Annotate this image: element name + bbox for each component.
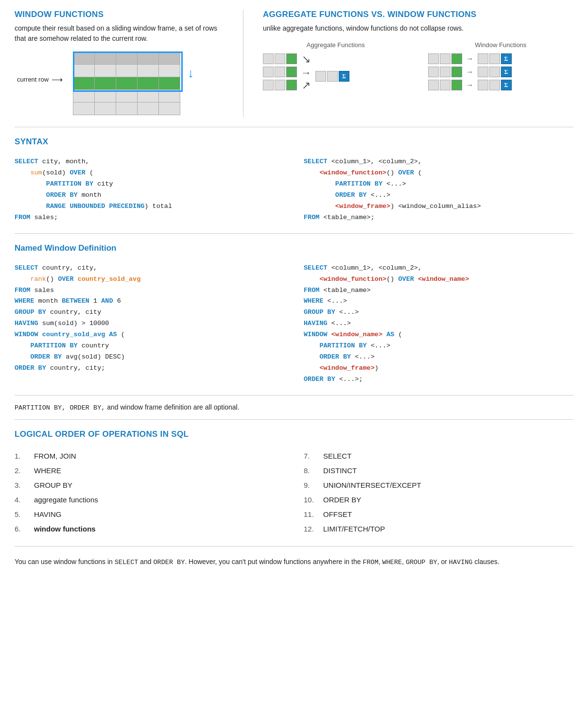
named-window-columns: SELECT country, city, rank() OVER countr… bbox=[15, 263, 573, 385]
optional-note-text: PARTITION BY, ORDER BY, bbox=[15, 404, 105, 411]
window-functions-title: WINDOW FUNCTIONS bbox=[15, 10, 228, 19]
window-functions-diagram: Window Functions → Σ bbox=[428, 41, 574, 90]
named-window-section: Named Window Definition SELECT country, … bbox=[15, 234, 573, 395]
arrow-converge-1: ↘ bbox=[302, 54, 311, 65]
syntax-title: SYNTAX bbox=[15, 137, 573, 147]
logical-item-7: 7.SELECT bbox=[304, 449, 573, 463]
logical-item-12: 12.LIMIT/FETCH/TOP bbox=[304, 522, 573, 536]
syntax-code-2: SELECT <column_1>, <column_2>, <window_f… bbox=[304, 156, 573, 223]
window-grid-table bbox=[73, 51, 180, 115]
syntax-section: SYNTAX SELECT city, month, sum(sold) OVE… bbox=[15, 127, 573, 234]
logical-list-2: 7.SELECT 8.DISTINCT 9.UNION/INTERSECT/EX… bbox=[304, 449, 573, 536]
grid-row-5 bbox=[73, 103, 180, 115]
aggregate-label: Aggregate Functions bbox=[263, 41, 409, 49]
footer-text-1: You can use window functions in SELECT a… bbox=[15, 558, 500, 566]
syntax-code-1: SELECT city, month, sum(sold) OVER ( PAR… bbox=[15, 156, 284, 223]
arrow-converge-2: → bbox=[301, 68, 311, 78]
logical-col-2: 7.SELECT 8.DISTINCT 9.UNION/INTERSECT/EX… bbox=[304, 449, 573, 536]
grid-row-1 bbox=[73, 52, 180, 65]
right-arrow-icon: ⟶ bbox=[52, 75, 63, 84]
named-window-example-2: SELECT <column_1>, <column_2>, <window_f… bbox=[304, 263, 573, 385]
window-label: Window Functions bbox=[428, 41, 574, 49]
window-diagram: current row ⟶ bbox=[73, 51, 228, 117]
logical-col-1: 1.FROM, JOIN 2.WHERE 3.GROUP BY 4.aggreg… bbox=[15, 449, 284, 536]
logical-list-1: 1.FROM, JOIN 2.WHERE 3.GROUP BY 4.aggreg… bbox=[15, 449, 284, 536]
logical-order-title: LOGICAL ORDER OF OPERATIONS IN SQL bbox=[15, 429, 573, 439]
logical-item-4: 4.aggregate functions bbox=[15, 493, 284, 507]
logical-item-8: 8.DISTINCT bbox=[304, 463, 573, 478]
win-arrow-2: → bbox=[466, 68, 474, 76]
win-arrow-1: → bbox=[466, 54, 474, 63]
down-arrow-icon: ↓ bbox=[188, 66, 194, 81]
grid-row-2 bbox=[73, 65, 180, 77]
syntax-example-1: SELECT city, month, sum(sold) OVER ( PAR… bbox=[15, 156, 284, 223]
logical-order-columns: 1.FROM, JOIN 2.WHERE 3.GROUP BY 4.aggreg… bbox=[15, 449, 573, 536]
optional-note-text2: and window frame definition are all opti… bbox=[105, 403, 239, 411]
named-window-title: Named Window Definition bbox=[15, 243, 573, 253]
win-arrow-3: → bbox=[466, 81, 474, 89]
logical-item-3: 3.GROUP BY bbox=[15, 478, 284, 493]
logical-item-6: 6.window functions bbox=[15, 522, 284, 536]
named-window-example-1: SELECT country, city, rank() OVER countr… bbox=[15, 263, 284, 385]
optional-note: PARTITION BY, ORDER BY, and window frame… bbox=[15, 395, 573, 420]
footer-note: You can use window functions in SELECT a… bbox=[15, 547, 573, 578]
arrow-converge-3: ↗ bbox=[302, 80, 311, 91]
current-row-label: current row ⟶ bbox=[17, 75, 63, 84]
grid-row-3-current bbox=[73, 77, 180, 90]
syntax-example-2: SELECT <column_1>, <column_2>, <window_f… bbox=[304, 156, 573, 223]
logical-item-9: 9.UNION/INTERSECT/EXCEPT bbox=[304, 478, 573, 493]
logical-item-5: 5.HAVING bbox=[15, 507, 284, 522]
aggregate-diagram: Aggregate Functions bbox=[263, 41, 409, 90]
current-row-text: current row bbox=[17, 76, 49, 83]
logical-item-10: 10.ORDER BY bbox=[304, 493, 573, 507]
syntax-columns: SELECT city, month, sum(sold) OVER ( PAR… bbox=[15, 156, 573, 223]
window-functions-desc: compute their result based on a sliding … bbox=[15, 23, 228, 44]
logical-item-1: 1.FROM, JOIN bbox=[15, 449, 284, 463]
logical-order-section: LOGICAL ORDER OF OPERATIONS IN SQL 1.FRO… bbox=[15, 420, 573, 547]
named-window-code-1: SELECT country, city, rank() OVER countr… bbox=[15, 263, 284, 374]
agg-window-container: Aggregate Functions bbox=[263, 41, 573, 90]
agg-vs-window-desc: unlike aggregate functions, window funct… bbox=[263, 23, 573, 34]
logical-item-2: 2.WHERE bbox=[15, 463, 284, 478]
logical-item-11: 11.OFFSET bbox=[304, 507, 573, 522]
grid-row-4 bbox=[73, 90, 180, 103]
named-window-code-2: SELECT <column_1>, <column_2>, <window_f… bbox=[304, 263, 573, 385]
agg-vs-window-title: AGGREGATE FUNCTIONS VS. WINDOW FUNCTIONS bbox=[263, 10, 573, 19]
